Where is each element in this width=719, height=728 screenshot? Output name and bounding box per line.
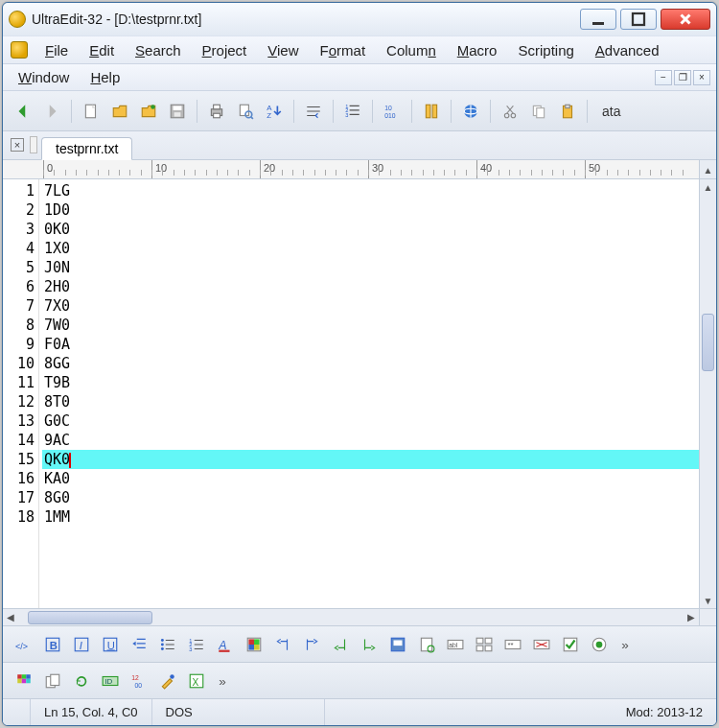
close-all-tabs-button[interactable]: × <box>11 138 24 152</box>
line-range-button[interactable]: 1200 <box>128 669 151 693</box>
menu-window[interactable]: Window <box>9 65 79 89</box>
password-button[interactable]: ** <box>501 633 524 656</box>
editor-line[interactable]: F0A <box>42 335 699 354</box>
bold-button[interactable]: B <box>41 633 64 656</box>
open-file-button[interactable] <box>107 99 132 124</box>
sort-button[interactable]: AZ <box>262 99 287 124</box>
bullet-list-button[interactable] <box>156 633 179 656</box>
toolbar-more-button[interactable]: » <box>616 633 639 656</box>
document-tab[interactable]: testprnr.txt <box>41 137 132 160</box>
scroll-right-icon[interactable]: ▶ <box>684 612 699 622</box>
save-page-button[interactable] <box>386 633 409 656</box>
menu-help[interactable]: Help <box>81 65 129 89</box>
editor-line[interactable]: T9B <box>42 373 699 392</box>
save-button[interactable] <box>165 99 190 124</box>
svg-text:I: I <box>80 639 82 650</box>
font-style-button[interactable]: A <box>214 633 237 656</box>
page-config-button[interactable] <box>415 633 438 656</box>
menu-file[interactable]: File <box>35 38 78 62</box>
web-button[interactable] <box>458 99 483 124</box>
word-wrap-button[interactable] <box>301 99 326 124</box>
editor-line[interactable]: KA0 <box>42 469 699 488</box>
cut-button[interactable] <box>498 99 522 124</box>
print-preview-button[interactable] <box>233 99 258 124</box>
tools-button[interactable] <box>156 669 179 693</box>
menu-project[interactable]: Project <box>193 38 257 62</box>
tabs-scroll-handle[interactable] <box>30 136 37 153</box>
editor-line[interactable]: 2H0 <box>42 277 699 296</box>
editor-line[interactable]: G0C <box>42 411 699 431</box>
numbered-list-button[interactable]: 123 <box>185 633 208 656</box>
abl-button[interactable]: abl <box>444 633 467 656</box>
editor-line[interactable]: QK0 <box>42 450 699 469</box>
font-color-button[interactable] <box>243 633 266 656</box>
menu-column[interactable]: Column <box>377 38 446 62</box>
print-button[interactable] <box>204 99 229 124</box>
hex-mode-button[interactable]: 10010 <box>380 99 405 124</box>
editor-line[interactable]: 0K0 <box>42 220 699 239</box>
maximize-button[interactable] <box>620 9 657 30</box>
copy-button[interactable] <box>526 99 551 124</box>
editor-line[interactable]: 7X0 <box>42 296 699 316</box>
outdent-button[interactable] <box>128 633 151 656</box>
mdi-restore-button[interactable]: ❐ <box>674 70 691 85</box>
comment-out-button[interactable] <box>358 633 381 656</box>
excel-export-button[interactable]: X <box>185 669 208 693</box>
minimize-button[interactable] <box>580 9 616 30</box>
menu-view[interactable]: View <box>258 38 308 62</box>
menu-scripting[interactable]: Scripting <box>508 38 583 62</box>
editor-line[interactable]: 1D0 <box>42 200 699 220</box>
checkbox-button[interactable] <box>559 633 582 656</box>
cancel-form-button[interactable] <box>530 633 553 656</box>
editor-line[interactable]: 8T0 <box>42 392 699 411</box>
svg-text:10: 10 <box>384 104 392 110</box>
editor-line[interactable]: 8G0 <box>42 488 699 507</box>
scroll-down-icon[interactable]: ▼ <box>700 593 716 608</box>
svg-point-53 <box>161 647 164 650</box>
close-button[interactable] <box>661 9 710 30</box>
form-fields-button[interactable] <box>473 633 496 656</box>
radio-button[interactable] <box>588 633 611 656</box>
color-grid-button[interactable] <box>12 669 35 693</box>
forward-button[interactable] <box>39 99 64 124</box>
indent-left-button[interactable] <box>271 633 294 656</box>
html-button[interactable]: </> <box>12 633 35 656</box>
column-marker-button[interactable] <box>419 99 444 124</box>
id-button[interactable]: ID <box>99 669 122 693</box>
line-numbers-button[interactable]: 123 <box>340 99 365 124</box>
italic-button[interactable]: I <box>70 633 93 656</box>
menu-search[interactable]: Search <box>126 38 191 62</box>
editor-content[interactable]: 7LG1D00K01X0J0N2H07X07W0F0A8GGT9B8T0G0C9… <box>39 179 699 608</box>
scroll-left-icon[interactable]: ◀ <box>3 612 18 622</box>
editor-line[interactable]: 7LG <box>42 181 699 200</box>
editor-line[interactable]: 8GG <box>42 354 699 373</box>
editor-line[interactable]: 1X0 <box>42 239 699 258</box>
editor-line[interactable]: J0N <box>42 258 699 277</box>
open-favorite-button[interactable] <box>136 99 161 124</box>
editor-line[interactable]: 1MM <box>42 507 699 527</box>
duplicate-button[interactable] <box>41 669 64 693</box>
underline-button[interactable]: U <box>99 633 122 656</box>
vertical-scrollbar[interactable]: ▲ ▼ <box>699 179 716 608</box>
ruler-scroll-up[interactable]: ▲ <box>699 160 716 179</box>
toolbar-more-button-2[interactable]: » <box>214 669 237 693</box>
editor-line[interactable]: 7W0 <box>42 316 699 335</box>
indent-right-button[interactable] <box>300 633 323 656</box>
refresh-button[interactable] <box>70 669 93 693</box>
scroll-up-icon[interactable]: ▲ <box>700 179 716 195</box>
menu-edit[interactable]: Edit <box>80 38 124 62</box>
back-button[interactable] <box>11 99 35 124</box>
scroll-thumb[interactable] <box>702 314 714 371</box>
menu-advanced[interactable]: Advanced <box>586 38 669 62</box>
svg-text:12: 12 <box>131 673 139 680</box>
hscroll-thumb[interactable] <box>28 611 152 624</box>
paste-button[interactable] <box>555 99 580 124</box>
menu-format[interactable]: Format <box>311 38 376 62</box>
editor-line[interactable]: 9AC <box>42 431 699 450</box>
mdi-minimize-button[interactable]: − <box>655 70 672 85</box>
horizontal-scrollbar[interactable]: ◀ ▶ <box>3 608 716 625</box>
new-file-button[interactable] <box>79 99 104 124</box>
menu-macro[interactable]: Macro <box>448 38 507 62</box>
mdi-close-button[interactable]: × <box>693 70 710 85</box>
comment-in-button[interactable] <box>329 633 352 656</box>
